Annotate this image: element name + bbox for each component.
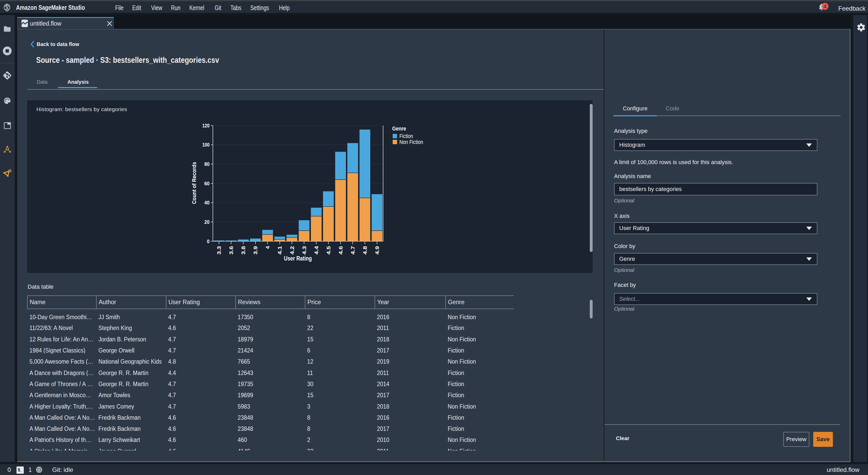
svg-text:4.2: 4.2: [289, 246, 295, 255]
svg-text:4.8: 4.8: [362, 246, 368, 255]
svg-text:Non Fiction: Non Fiction: [399, 139, 423, 145]
svg-text:4.7: 4.7: [350, 246, 356, 255]
svg-text:4.9: 4.9: [374, 246, 380, 255]
svg-text:3.3: 3.3: [216, 246, 222, 255]
svg-text:0: 0: [207, 239, 210, 244]
svg-text:100: 100: [202, 142, 210, 148]
svg-text:3.8: 3.8: [240, 246, 246, 255]
svg-text:4.6: 4.6: [338, 246, 344, 255]
svg-text:Fiction: Fiction: [399, 133, 413, 139]
svg-text:Genre: Genre: [392, 125, 406, 132]
svg-text:80: 80: [204, 161, 210, 167]
svg-text:20: 20: [204, 219, 210, 225]
svg-text:120: 120: [202, 123, 210, 128]
svg-text:4.1: 4.1: [277, 246, 283, 255]
svg-text:4.4: 4.4: [313, 246, 319, 255]
svg-text:60: 60: [204, 181, 210, 186]
svg-text:4: 4: [265, 246, 271, 249]
svg-text:4.5: 4.5: [326, 246, 332, 255]
svg-text:Count of Records: Count of Records: [191, 162, 197, 204]
svg-text:4.3: 4.3: [301, 246, 307, 255]
svg-text:40: 40: [204, 200, 210, 205]
svg-text:3.6: 3.6: [228, 246, 234, 255]
svg-text:3.9: 3.9: [252, 246, 258, 255]
svg-text:User Rating: User Rating: [284, 255, 312, 262]
